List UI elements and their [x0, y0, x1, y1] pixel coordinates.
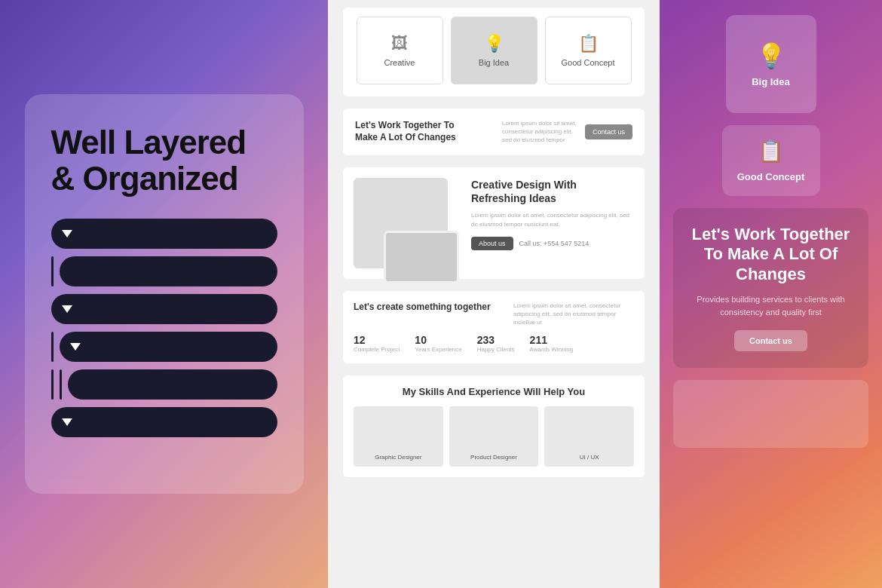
- skill-graphic: Graphic Designer: [354, 406, 443, 467]
- skills-heading: My Skills And Experience Will Help You: [354, 386, 634, 397]
- call-text: Call us: +554 547 5214: [519, 240, 590, 247]
- dropdown-icon-3: [70, 343, 81, 351]
- stat-awards-num: 211: [530, 334, 574, 346]
- left-card: Well Layered & Organized: [25, 94, 304, 494]
- skill-product: Product Designer: [449, 406, 539, 467]
- card-creative: 🖼 Creative: [357, 17, 443, 84]
- title-line1: Well Layered: [51, 124, 247, 161]
- layer-row-1[interactable]: [51, 219, 277, 249]
- layer-row-5[interactable]: [51, 369, 277, 400]
- stat-years-num: 10: [415, 334, 461, 346]
- layer-row-6[interactable]: [51, 407, 277, 437]
- stat-years: 10 Years Experience: [415, 334, 461, 353]
- right-good-concept-icon: 📋: [758, 139, 784, 164]
- right-panel: 💡 Big Idea 📋 Good Concept Let's Work Tog…: [660, 0, 882, 588]
- right-contact-btn[interactable]: Contact us: [734, 330, 807, 351]
- stat-clients-label: Happy Clients: [477, 346, 515, 353]
- card-good-concept-label: Good Concept: [562, 58, 615, 67]
- layer-bar-1[interactable]: [51, 219, 277, 249]
- creative-icon: 🖼: [391, 34, 408, 54]
- stat-years-label: Years Experience: [415, 346, 461, 353]
- stat-complete-num: 12: [354, 334, 400, 346]
- stats-numbers: 12 Complete Project 10 Years Experience …: [354, 334, 634, 353]
- layer-row-2[interactable]: [51, 256, 277, 286]
- right-big-idea-label: Big Idea: [752, 76, 790, 87]
- dropdown-icon-1: [62, 230, 72, 237]
- right-good-concept-card: 📋 Good Concept: [722, 125, 820, 196]
- middle-scroll: 🖼 Creative 💡 Big Idea 📋 Good Concept Let…: [328, 0, 660, 588]
- banner-lorem: Lorem ipsum dolor sit amet, consectetur …: [502, 119, 577, 145]
- layer-bar-2[interactable]: [60, 256, 277, 286]
- title-line2: & Organized: [51, 160, 238, 197]
- cards-row: 🖼 Creative 💡 Big Idea 📋 Good Concept: [352, 17, 635, 84]
- layer-bar-3[interactable]: [51, 294, 277, 324]
- feature-section: Creative Design With Refreshing Ideas Lo…: [343, 167, 645, 279]
- layer-line-4: [60, 369, 62, 400]
- layer-bar-4[interactable]: [60, 332, 277, 362]
- work-together-title: Let's Work Together To Make A Lot Of Cha…: [688, 225, 853, 284]
- left-title: Well Layered & Organized: [51, 124, 277, 198]
- cards-section: 🖼 Creative 💡 Big Idea 📋 Good Concept: [343, 8, 645, 96]
- skills-cards: Graphic Designer Product Designer UI / U…: [354, 406, 634, 467]
- right-bottom-card: [673, 380, 868, 448]
- layer-line-3: [51, 369, 54, 400]
- about-us-btn[interactable]: About us: [471, 237, 513, 250]
- card-big-idea: 💡 Big Idea: [451, 17, 537, 84]
- work-together-subtitle: Provides building services to clients wi…: [688, 293, 853, 318]
- stat-complete: 12 Complete Project: [354, 334, 400, 353]
- skill-ui: UI / UX: [544, 406, 634, 467]
- feature-heading: Creative Design With Refreshing Ideas: [471, 178, 634, 205]
- feature-text: Creative Design With Refreshing Ideas Lo…: [462, 178, 634, 250]
- card-big-idea-label: Big Idea: [479, 58, 509, 67]
- right-good-concept-label: Good Concept: [737, 171, 805, 182]
- stats-lorem: Lorem ipsum dolor sit amet, consectetur …: [513, 302, 634, 327]
- stats-heading: Let's create something together: [354, 302, 491, 312]
- feature-actions: About us Call us: +554 547 5214: [471, 237, 634, 250]
- layer-row-3[interactable]: [51, 294, 277, 324]
- feature-image-stack: [354, 178, 452, 268]
- dropdown-icon-4: [62, 418, 72, 426]
- stat-clients-num: 233: [477, 334, 515, 346]
- dropdown-icon-2: [62, 305, 72, 313]
- layer-row-4[interactable]: [51, 332, 277, 362]
- card-good-concept: 📋 Good Concept: [545, 17, 632, 84]
- layers-container: [51, 219, 277, 437]
- layer-line-2: [51, 332, 54, 362]
- skill-graphic-label: Graphic Designer: [375, 454, 421, 461]
- stats-section: Let's create something together Lorem ip…: [343, 291, 645, 364]
- layer-bar-5[interactable]: [68, 369, 277, 400]
- stat-awards: 211 Awards Winning: [530, 334, 574, 353]
- skill-ui-label: UI / UX: [580, 454, 599, 461]
- stats-header: Let's create something together Lorem ip…: [354, 302, 634, 327]
- banner-right: Lorem ipsum dolor sit amet, consectetur …: [502, 119, 632, 145]
- banner-text: Let's Work Together To Make A Lot Of Cha…: [355, 120, 476, 143]
- layer-line-1: [51, 256, 54, 286]
- right-big-idea-card: 💡 Big Idea: [726, 15, 816, 113]
- right-big-idea-icon: 💡: [756, 41, 786, 70]
- stats-header-left: Let's create something together: [354, 302, 491, 327]
- skills-section: My Skills And Experience Will Help You G…: [343, 375, 645, 477]
- left-panel: Well Layered & Organized: [0, 0, 328, 588]
- middle-panel: 🖼 Creative 💡 Big Idea 📋 Good Concept Let…: [328, 0, 660, 588]
- good-concept-icon: 📋: [578, 34, 599, 54]
- card-creative-label: Creative: [384, 58, 415, 67]
- layer-bar-6[interactable]: [51, 407, 277, 437]
- stat-awards-label: Awards Winning: [530, 346, 574, 353]
- stat-clients: 233 Happy Clients: [477, 334, 515, 353]
- feature-img-overlay: [384, 231, 459, 283]
- right-work-together: Let's Work Together To Make A Lot Of Cha…: [673, 208, 868, 368]
- banner-section: Let's Work Together To Make A Lot Of Cha…: [343, 109, 645, 155]
- banner-heading: Let's Work Together To Make A Lot Of Cha…: [355, 120, 476, 143]
- stat-complete-label: Complete Project: [354, 346, 400, 353]
- contact-us-btn[interactable]: Contact us: [585, 124, 632, 139]
- feature-lorem: Lorem ipsum dolor sit amet, consectetur …: [471, 211, 634, 229]
- big-idea-icon: 💡: [484, 34, 504, 54]
- skill-product-label: Product Designer: [470, 454, 517, 461]
